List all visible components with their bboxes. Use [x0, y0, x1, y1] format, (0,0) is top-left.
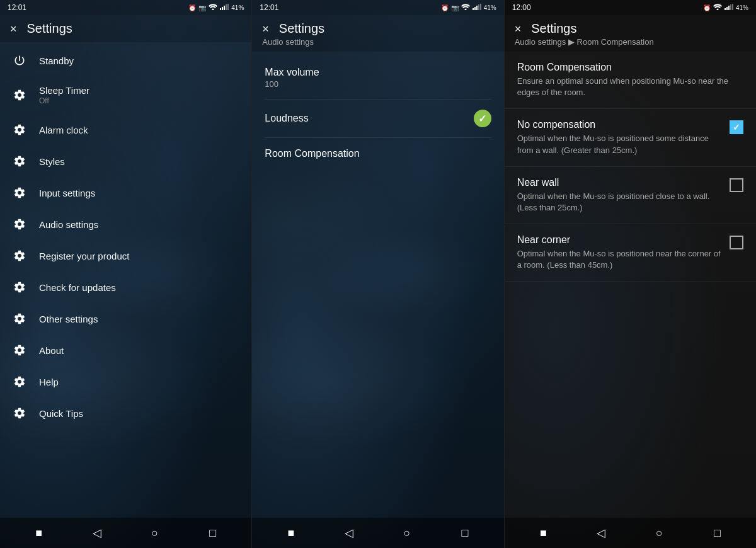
nav-dot-3[interactable]: ■	[533, 523, 553, 543]
svg-rect-2	[222, 7, 223, 10]
settings-title-3: Settings	[531, 21, 576, 36]
svg-rect-11	[480, 4, 481, 10]
nav-home-1[interactable]: ○	[145, 523, 165, 543]
loudness-item[interactable]: Loudness	[252, 100, 503, 137]
alarm-icon-3: ⏰	[703, 4, 711, 11]
no-compensation-checkbox[interactable]	[730, 120, 743, 134]
menu-item-other-settings[interactable]: Other settings	[0, 303, 251, 334]
check-updates-icon	[13, 280, 26, 294]
near-corner-desc: Optimal when the Mu-so is positioned nea…	[517, 248, 722, 271]
max-volume-item[interactable]: Max volume 100	[252, 57, 503, 99]
battery-1: 41%	[231, 4, 244, 11]
svg-rect-17	[732, 4, 733, 10]
svg-point-6	[464, 9, 466, 11]
signal-icon-2	[472, 4, 481, 11]
close-button-2[interactable]: ×	[262, 23, 269, 35]
svg-rect-10	[478, 4, 479, 10]
breadcrumb-3: Audio settings ▶ Room Compensation	[515, 37, 746, 47]
alarm-icon-2: ⏰	[441, 4, 449, 11]
close-button-1[interactable]: ×	[10, 23, 17, 35]
wifi-icon-2	[461, 4, 470, 11]
near-wall-title: Near wall	[517, 177, 722, 188]
menu-item-input-settings[interactable]: Input settings	[0, 177, 251, 208]
menu-item-sleep-timer[interactable]: Sleep Timer Off	[0, 76, 251, 114]
svg-rect-13	[724, 8, 726, 10]
panel-main-settings: 12:01 ⏰ 📷 41%	[0, 0, 252, 548]
no-compensation-text: No compensation Optimal when the Mu-so i…	[517, 119, 722, 156]
nav-square-2[interactable]: □	[455, 523, 475, 543]
other-settings-label: Other settings	[39, 314, 98, 324]
about-icon	[13, 343, 26, 357]
battery-3: 41%	[736, 4, 748, 11]
loudness-content: Loudness	[265, 113, 308, 124]
menu-item-standby[interactable]: Standby	[0, 45, 251, 76]
quick-tips-label: Quick Tips	[39, 408, 83, 419]
svg-rect-3	[224, 6, 225, 10]
panel-audio-settings: 12:01 ⏰ 📷 41%	[252, 0, 504, 548]
near-wall-checkbox[interactable]	[730, 178, 743, 192]
nav-home-3[interactable]: ○	[649, 523, 669, 543]
menu-item-about[interactable]: About	[0, 334, 251, 366]
near-corner-section[interactable]: Near corner Optimal when the Mu-so is po…	[505, 224, 756, 282]
menu-item-help[interactable]: Help	[0, 366, 251, 397]
room-compensation-label: Room Compensation	[265, 148, 359, 159]
nav-square-1[interactable]: □	[203, 523, 223, 543]
panel-room-compensation: 12:00 ⏰ 41%	[505, 0, 756, 548]
sleep-timer-icon	[13, 88, 26, 102]
max-volume-label: Max volume	[265, 67, 319, 78]
help-icon	[13, 375, 26, 389]
svg-rect-9	[476, 6, 478, 10]
other-settings-icon	[13, 312, 26, 326]
nav-dot-2[interactable]: ■	[281, 523, 301, 543]
nav-dot-1[interactable]: ■	[29, 523, 49, 543]
audio-settings-subtitle: Audio settings	[262, 37, 493, 47]
close-button-3[interactable]: ×	[515, 23, 522, 35]
register-label: Register your product	[39, 251, 129, 261]
room-compensation-content: Room Compensation	[265, 148, 359, 159]
about-label: About	[39, 345, 64, 356]
input-settings-icon	[13, 186, 26, 200]
nav-home-2[interactable]: ○	[397, 523, 417, 543]
nav-bar-2: ■ ◁ ○ □	[252, 518, 503, 548]
battery-2: 41%	[484, 4, 496, 11]
nav-back-1[interactable]: ◁	[87, 523, 107, 543]
sleep-timer-value: Off	[39, 96, 89, 105]
no-compensation-row: No compensation Optimal when the Mu-so i…	[517, 119, 743, 156]
menu-list-1: Standby Sleep Timer Off Alarm clock	[0, 42, 251, 518]
status-bar-3: 12:00 ⏰ 41%	[505, 0, 756, 15]
signal-icon-3	[724, 4, 733, 11]
menu-item-check-updates[interactable]: Check for updates	[0, 271, 251, 303]
camera-icon-2: 📷	[451, 4, 459, 11]
menu-item-styles[interactable]: Styles	[0, 146, 251, 177]
svg-rect-15	[728, 6, 730, 10]
nav-back-2[interactable]: ◁	[339, 523, 359, 543]
room-compensation-intro: Room Compensation Ensure an optimal soun…	[505, 52, 756, 109]
status-time-3: 12:00	[512, 3, 531, 12]
alarm-clock-label: Alarm clock	[39, 125, 88, 135]
status-time-1: 12:01	[8, 3, 26, 12]
svg-point-12	[716, 9, 718, 11]
menu-item-quick-tips[interactable]: Quick Tips	[0, 397, 251, 429]
camera-icon-1: 📷	[198, 4, 206, 11]
no-compensation-section[interactable]: No compensation Optimal when the Mu-so i…	[505, 109, 756, 166]
near-corner-text: Near corner Optimal when the Mu-so is po…	[517, 234, 722, 271]
menu-item-alarm-clock[interactable]: Alarm clock	[0, 114, 251, 146]
near-corner-checkbox[interactable]	[730, 236, 743, 249]
wifi-icon-3	[713, 4, 722, 11]
svg-rect-7	[472, 8, 474, 10]
menu-item-audio-settings[interactable]: Audio settings	[0, 208, 251, 240]
nav-back-3[interactable]: ◁	[591, 523, 611, 543]
alarm-clock-icon	[13, 123, 26, 137]
near-corner-row: Near corner Optimal when the Mu-so is po…	[517, 234, 743, 271]
near-corner-title: Near corner	[517, 234, 722, 246]
styles-icon	[13, 154, 26, 168]
menu-item-register[interactable]: Register your product	[0, 240, 251, 271]
nav-square-3[interactable]: □	[707, 523, 727, 543]
nav-bar-1: ■ ◁ ○ □	[0, 518, 251, 548]
status-icons-1: ⏰ 📷 41%	[188, 4, 244, 11]
near-wall-row: Near wall Optimal when the Mu-so is posi…	[517, 177, 743, 214]
help-label: Help	[39, 377, 59, 387]
room-compensation-item[interactable]: Room Compensation	[252, 138, 503, 169]
near-wall-section[interactable]: Near wall Optimal when the Mu-so is posi…	[505, 167, 756, 224]
nav-bar-3: ■ ◁ ○ □	[505, 518, 756, 548]
